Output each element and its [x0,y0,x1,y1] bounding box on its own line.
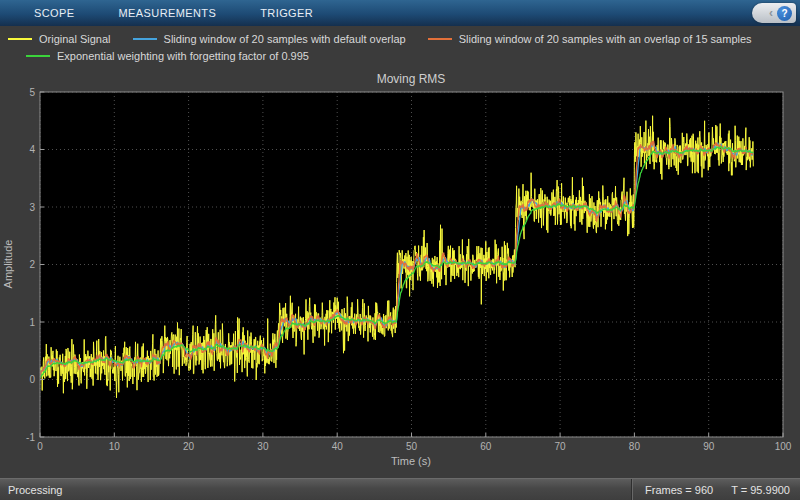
status-frames: Frames = 960 [645,484,713,496]
status-processing: Processing [0,484,62,496]
y-tick-label: -1 [26,432,35,443]
line-swatch [8,38,32,40]
x-tick-label: 20 [183,441,195,452]
x-tick-label: 80 [629,441,641,452]
legend-item-3[interactable]: Exponential weighting with forgetting fa… [26,50,309,62]
line-swatch [428,38,452,40]
line-swatch [26,55,50,57]
tab-measurements[interactable]: MEASUREMENTS [97,0,239,26]
y-axis-label: Amplitude [2,240,14,289]
x-tick-label: 100 [775,441,792,452]
x-tick-label: 50 [406,441,418,452]
legend: Original SignalSliding window of 20 samp… [0,26,800,66]
y-tick-label: 2 [29,259,35,270]
x-tick-label: 70 [555,441,567,452]
help-button[interactable]: ‹ ? [752,3,796,23]
legend-label: Exponential weighting with forgetting fa… [57,50,309,62]
legend-item-0[interactable]: Original Signal [8,33,111,45]
y-tick-label: 1 [29,317,35,328]
y-tick-label: 0 [29,374,35,385]
legend-row-1: Original SignalSliding window of 20 samp… [8,30,800,47]
status-divider [631,479,633,500]
legend-label: Sliding window of 20 samples with defaul… [164,33,406,45]
toolbar: SCOPEMEASUREMENTSTRIGGER ‹ ? [0,0,800,26]
y-tick-label: 4 [29,144,35,155]
status-bar: Processing Frames = 960 T = 95.9900 [0,478,800,500]
x-axis-label: Time (s) [391,455,431,467]
chevron-left-icon: ‹ [769,3,773,23]
x-tick-label: 40 [332,441,344,452]
plot-container: 0102030405060708090100-1012345 Moving RM… [0,66,800,478]
legend-label: Original Signal [39,33,111,45]
tab-trigger[interactable]: TRIGGER [238,0,335,26]
y-tick-label: 3 [29,202,35,213]
status-time: T = 95.9900 [731,484,790,496]
x-tick-label: 90 [703,441,715,452]
y-tick-label: 5 [29,87,35,98]
tab-scope[interactable]: SCOPE [12,0,97,26]
x-tick-label: 0 [37,441,43,452]
legend-label: Sliding window of 20 samples with an ove… [459,33,752,45]
x-tick-label: 30 [257,441,269,452]
x-tick-label: 10 [109,441,121,452]
toolbar-tabs: SCOPEMEASUREMENTSTRIGGER [0,0,335,26]
chart-title: Moving RMS [377,72,446,86]
help-icon: ? [777,6,792,21]
x-tick-label: 60 [480,441,492,452]
legend-row-2: Exponential weighting with forgetting fa… [26,47,800,64]
legend-item-2[interactable]: Sliding window of 20 samples with an ove… [428,33,752,45]
line-swatch [133,38,157,40]
chart-svg: 0102030405060708090100-1012345 Moving RM… [0,66,800,478]
legend-item-1[interactable]: Sliding window of 20 samples with defaul… [133,33,406,45]
status-right-section: Frames = 960 T = 95.9900 [631,479,800,500]
